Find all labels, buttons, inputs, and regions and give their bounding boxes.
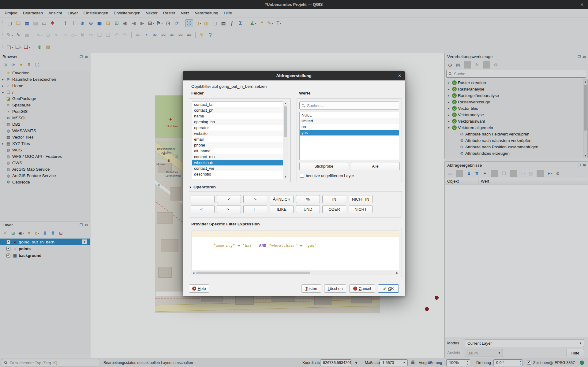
scrollbar-thumb[interactable] [284,106,287,137]
field-item[interactable]: alt_name [192,148,287,154]
field-item[interactable]: contact_we [192,165,287,171]
field-item[interactable]: contact_mo [192,154,287,160]
operator-button[interactable]: != [243,205,267,213]
field-item[interactable]: contact_ph [192,107,287,113]
operators-header[interactable]: ▼Operatoren [189,185,216,189]
operators-group: =<>ÄHNLICH%INNICHT IN <=>=!=ILIKEUNDODER… [189,191,402,217]
horizontal-scrollbar[interactable]: ◀ ▶ [192,271,399,275]
expression-token [302,243,305,248]
sample-button[interactable]: Stichprobe [299,162,348,170]
value-item[interactable]: limited [300,118,399,124]
field-item[interactable]: wheelchair [192,160,287,165]
scroll-left-icon[interactable]: ◀ [193,272,194,274]
scroll-down-icon[interactable]: ▼ [283,176,288,178]
operator-button[interactable]: % [296,195,320,203]
use-unfiltered-layer-checkbox[interactable]: benutze ungefilterten Layer [300,173,354,178]
field-item[interactable]: website [192,131,287,136]
expression-token: 'yes' [305,243,317,248]
value-item[interactable]: yes [300,130,399,135]
operator-button[interactable]: NICHT [349,205,373,213]
value-item[interactable]: no [300,124,399,130]
operators-row-1: =<>ÄHNLICH%INNICHT IN [191,195,373,203]
operator-button[interactable]: NICHT IN [349,195,373,203]
search-icon [301,104,305,107]
qgis-window: *Unbenanntes Projekt — QGIS ✕ ProjektBea… [0,0,588,367]
field-item[interactable]: name [192,113,287,119]
operator-button[interactable]: ODER [322,205,346,213]
field-item[interactable]: email [192,136,287,142]
expression-token [266,243,269,248]
values-list[interactable]: NULLlimitednoyes [299,112,399,160]
fields-label: Felder [191,91,204,95]
fields-scrollbar[interactable]: ▲ ▼ [283,101,288,179]
field-item[interactable]: descriptio [192,171,287,177]
clear-button[interactable]: Löschen [324,284,346,293]
expression-token: = [238,243,240,248]
cancel-icon [353,287,357,291]
operator-button[interactable]: < [217,195,241,203]
dialog-title: Abfrageerstellung [276,73,312,78]
expression-token [235,243,238,248]
values-search-input[interactable]: Suchen… [299,102,399,109]
operator-button[interactable]: >= [217,205,241,213]
dialog-close-icon[interactable]: ✕ [398,71,401,80]
operators-row-2: <=>=!=ILIKEUNDODERNICHT [191,205,373,213]
field-item[interactable]: contact_fa [192,102,287,107]
expression-token: 'bar' [242,243,254,248]
test-button[interactable]: Testen [301,284,321,293]
collapse-triangle-icon[interactable]: ▼ [189,186,192,189]
value-item[interactable]: NULL [300,112,399,118]
help-icon [192,287,196,291]
operator-button[interactable]: ÄHNLICH [270,195,294,203]
search-placeholder: Suchen… [307,103,324,108]
field-item[interactable]: phone [192,142,287,148]
scroll-up-icon[interactable]: ▲ [283,102,288,105]
expression-editor[interactable]: "amenity" = 'bar' AND "wheelchair" = 'ye… [192,231,399,270]
values-label: Werte [299,91,310,95]
dialog-titlebar: Abfrageerstellung ✕ [183,71,405,80]
expression-line: "amenity" = 'bar' AND "wheelchair" = 'ye… [192,231,399,237]
fields-list[interactable]: contact_facontact_phnameopening_hooperat… [192,101,288,179]
all-values-button[interactable]: Alle [351,162,400,170]
cancel-button[interactable]: Cancel [349,284,375,293]
expression-token [254,243,259,248]
operator-button[interactable]: > [243,195,267,203]
scroll-right-icon[interactable]: ▶ [396,272,398,274]
operator-button[interactable]: <= [191,205,215,213]
field-item[interactable]: opening_ho [192,119,287,125]
field-item[interactable]: operator [192,125,287,131]
scrollbar-thumb[interactable] [196,272,310,274]
expression-token: "wheelchair" [269,243,298,248]
operator-button[interactable]: IN [322,195,346,203]
ok-check-icon: ✔ [383,286,387,291]
operator-button[interactable]: UND [296,205,320,213]
operator-button[interactable]: = [191,195,215,203]
dialog-help-button[interactable]: Help [189,284,209,293]
expression-token [240,243,242,248]
checkbox[interactable] [300,174,304,178]
operator-button[interactable]: ILIKE [270,205,294,213]
expression-token: AND [259,243,266,248]
expression-group: "amenity" = 'bar' AND "wheelchair" = 'ye… [189,228,402,277]
query-builder-dialog: Abfrageerstellung ✕ Objektfilter auf goi… [183,71,405,296]
values-group: Suchen… NULLlimitednoyes Stichprobe Alle… [297,98,402,182]
fields-group: contact_facontact_phnameopening_hooperat… [189,98,291,182]
ok-button[interactable]: ✔ OK [378,284,399,293]
dialog-subtitle: Objektfilter auf going_out_in_bern setze… [191,84,267,89]
expression-token: "amenity" [214,243,235,248]
expression-label: Provider Specific Filter Expression [191,222,260,226]
